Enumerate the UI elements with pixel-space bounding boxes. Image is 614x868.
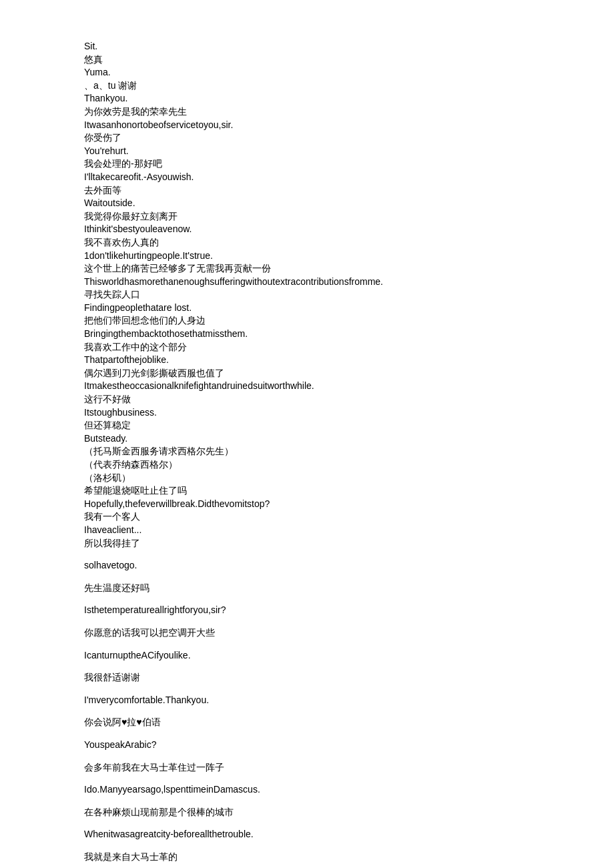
subtitle-line-l17: 1don'tlikehurtingpeople.It'strue.	[84, 250, 530, 263]
subtitle-line-l28: 这行不好做	[84, 393, 530, 406]
spacer	[84, 640, 530, 649]
subtitle-line-l49: 会多年前我在大马士革住过一阵子	[84, 761, 530, 775]
subtitle-line-l30: 但还算稳定	[84, 419, 530, 432]
subtitle-line-l11: I'lltakecareofit.-Asyouwish.	[84, 171, 530, 184]
spacer	[84, 863, 530, 868]
subtitle-line-l29: Itstoughbusiness.	[84, 406, 530, 420]
subtitle-line-l3: Yuma.	[84, 66, 530, 79]
subtitle-line-l44: IcanturnuptheACifyoulike.	[84, 649, 530, 663]
subtitle-line-l15: Ithinkit'sbestyouleavenow.	[84, 223, 530, 236]
subtitle-line-l41: 先生温度还好吗	[84, 582, 530, 595]
subtitle-line-l25: Thatpartofthejoblike.	[84, 354, 530, 367]
subtitle-line-l48: YouspeakArabic?	[84, 739, 530, 752]
subtitle-line-l37: 我有一个客人	[84, 510, 530, 524]
subtitle-line-l53: 我就是来自大马士革的	[84, 851, 530, 864]
subtitle-line-l50: Ido.Manyyearsago,lspenttimeinDamascus.	[84, 783, 530, 797]
spacer	[84, 707, 530, 716]
subtitle-line-l27: Itmakestheoccasionalknifefightandruineds…	[84, 380, 530, 393]
subtitle-line-l19: Thisworldhasmorethanenoughsufferingwitho…	[84, 276, 530, 289]
spacer	[84, 685, 530, 694]
subtitle-line-l33: （代表乔纳森西格尔）	[84, 458, 530, 472]
subtitle-line-l26: 偶尔遇到刀光剑影撕破西服也值了	[84, 367, 530, 380]
subtitle-line-l18: 这个世上的痛苦已经够多了无需我再贡献一份	[84, 262, 530, 276]
spacer	[84, 729, 530, 739]
subtitle-line-l20: 寻找失踪人口	[84, 288, 530, 302]
subtitle-line-l22: 把他们带回想念他们的人身边	[84, 314, 530, 328]
spacer	[84, 752, 530, 761]
spacer	[84, 774, 530, 783]
subtitle-line-l46: I'mverycomfortable.Thankyou.	[84, 694, 530, 707]
subtitle-line-l35: 希望能退烧呕吐止住了吗	[84, 484, 530, 498]
subtitle-line-l9: You'rehurt.	[84, 145, 530, 158]
subtitle-line-l47: 你会说阿♥拉♥伯语	[84, 716, 530, 729]
subtitle-line-l51: 在各种麻烦山现前那是个很棒的城市	[84, 806, 530, 819]
subtitle-line-l7: Itwasanhonortobeofservicetoyou,sir.	[84, 119, 530, 132]
spacer	[84, 662, 530, 671]
subtitle-line-l34: （洛杉矶）	[84, 472, 530, 485]
subtitle-line-l39: 所以我得挂了	[84, 537, 530, 550]
subtitle-line-l36: Hopefully,thefeverwillbreak.Didthevomits…	[84, 498, 530, 511]
spacer	[84, 819, 530, 828]
subtitle-line-l52: Whenitwasagreatcity-beforeallthetrouble.	[84, 828, 530, 841]
subtitle-line-l32: （托马斯金西服务请求西格尔先生）	[84, 445, 530, 458]
subtitle-line-l6: 为你效劳是我的荣幸先生	[84, 105, 530, 119]
main-content: Sit.悠真Yuma.、a、tu 谢谢Thankyou.为你效劳是我的荣幸先生I…	[0, 13, 614, 868]
subtitle-line-l31: Butsteady.	[84, 432, 530, 446]
subtitle-line-l38: Ihaveaclient...	[84, 524, 530, 537]
subtitle-line-l12: 去外面等	[84, 184, 530, 197]
subtitle-line-l1: Sit.	[84, 40, 530, 53]
subtitle-line-l16: 我不喜欢伤人真的	[84, 236, 530, 250]
subtitle-line-l5: Thankyou.	[84, 92, 530, 105]
subtitle-line-l4: 、a、tu 谢谢	[84, 79, 530, 93]
subtitle-line-l40: solhavetogo.	[84, 559, 530, 572]
subtitle-line-l43: 你愿意的话我可以把空调开大些	[84, 626, 530, 640]
spacer	[84, 797, 530, 806]
subtitle-line-l13: Waitoutside.	[84, 197, 530, 210]
subtitle-line-l42: Isthetemperatureallrightforyou,sir?	[84, 604, 530, 617]
subtitle-line-l14: 我觉得你最好立刻离开	[84, 210, 530, 224]
spacer	[84, 594, 530, 604]
spacer	[84, 841, 530, 851]
subtitle-line-l23: Bringingthembacktothosethatmissthem.	[84, 328, 530, 341]
subtitle-line-l2: 悠真	[84, 53, 530, 67]
subtitle-line-l10: 我会处理的-那好吧	[84, 157, 530, 171]
subtitle-line-l21: Findingpeoplethatare lost.	[84, 302, 530, 315]
subtitle-line-l24: 我喜欢工作中的这个部分	[84, 341, 530, 354]
spacer	[84, 550, 530, 559]
subtitle-line-l45: 我很舒适谢谢	[84, 671, 530, 685]
subtitle-line-l8: 你受伤了	[84, 131, 530, 145]
spacer	[84, 617, 530, 626]
spacer	[84, 572, 530, 582]
